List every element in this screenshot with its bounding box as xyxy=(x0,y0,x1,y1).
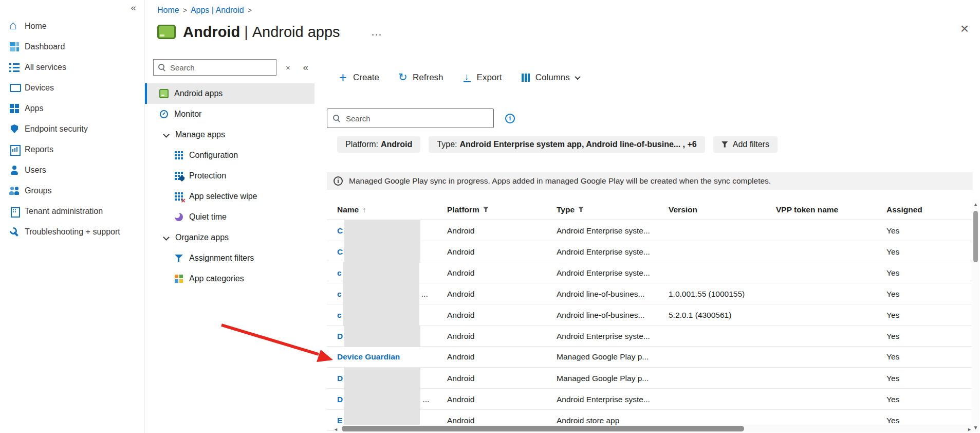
blade-nav-item[interactable]: App categories xyxy=(145,268,315,289)
blade-nav-item[interactable]: Monitor xyxy=(145,104,315,124)
filter-pill-value: Android Enterprise system app, Android l… xyxy=(459,140,696,149)
blade-search-input[interactable] xyxy=(170,63,272,72)
blade-nav-item[interactable]: Organize apps xyxy=(145,227,315,248)
app-name-link[interactable]: c xyxy=(337,311,342,320)
sidebar-item[interactable]: Dashboard xyxy=(0,37,144,57)
sidebar-item[interactable]: Tenant administration xyxy=(0,201,144,222)
sidebar-item[interactable]: All services xyxy=(0,57,144,78)
column-header[interactable]: Version xyxy=(669,205,776,214)
app-name-suffix: ... xyxy=(421,290,428,299)
app-selective-wipe-icon xyxy=(174,192,183,201)
app-name-link[interactable]: Device Guardian xyxy=(337,352,400,362)
table-row: D ... Android Android Enterprise syste..… xyxy=(327,389,973,410)
table-row: C Android Android Enterprise syste... Ye… xyxy=(327,220,973,241)
search-row xyxy=(327,109,973,128)
chevron-down-icon xyxy=(162,234,170,241)
info-icon[interactable] xyxy=(505,114,515,123)
add-filters-button[interactable]: Add filters xyxy=(713,136,778,153)
blade-search-box[interactable] xyxy=(153,59,276,76)
apps-table: Name Platform xyxy=(327,200,973,431)
platform-cell: Android xyxy=(447,290,557,299)
columns-icon xyxy=(521,73,531,83)
version-cell: 1.0.001.55 (1000155) xyxy=(669,290,776,299)
filter-pill-prefix: Platform: xyxy=(345,140,378,149)
sidebar-item[interactable]: Reports xyxy=(0,139,144,160)
home-icon xyxy=(9,21,20,31)
blade-nav-item-label: Protection xyxy=(189,171,226,181)
breadcrumb-link-apps-android[interactable]: Apps | Android xyxy=(191,6,244,14)
blade-nav-item[interactable]: Protection xyxy=(145,166,315,186)
scroll-up-icon[interactable] xyxy=(973,201,978,208)
close-icon[interactable]: × xyxy=(960,22,969,36)
app-search-input[interactable] xyxy=(346,114,488,123)
sidebar-item[interactable]: Home xyxy=(0,16,144,37)
app-search-box[interactable] xyxy=(327,109,494,128)
column-header[interactable]: Type xyxy=(557,205,669,214)
page-title-separator: | xyxy=(244,24,248,40)
column-header[interactable]: Name xyxy=(327,205,447,214)
app-name-cell: c xyxy=(327,304,447,326)
toolbar-button[interactable]: Create xyxy=(338,73,379,83)
toolbar-button-label: Create xyxy=(353,73,379,83)
type-cell: Android line-of-busines... xyxy=(557,290,669,299)
table-row: Device Guardian Android Managed Google P… xyxy=(327,347,973,368)
toolbar-button[interactable]: Refresh xyxy=(398,73,443,83)
blade-nav: × « Android apps xyxy=(145,59,315,431)
content-area: Home>Apps | Android> Android|Android app… xyxy=(145,0,980,433)
sidebar-item[interactable]: Users xyxy=(0,160,144,181)
table-row: c Android Android Enterprise syste... Ye… xyxy=(327,262,973,283)
toolbar-button[interactable]: Export xyxy=(462,73,502,83)
column-header[interactable]: Platform xyxy=(447,205,557,214)
type-cell: Android store app xyxy=(557,416,669,425)
sidebar-item[interactable]: Troubleshooting + support xyxy=(0,222,144,242)
column-header[interactable]: VPP token name xyxy=(776,205,886,214)
app-name-link[interactable]: c xyxy=(337,290,342,299)
blade-nav-item-label: Monitor xyxy=(174,110,201,119)
scroll-left-icon[interactable] xyxy=(334,424,338,433)
page-title: Android|Android apps xyxy=(183,24,340,41)
blade-nav-item[interactable]: Assignment filters xyxy=(145,248,315,268)
app-name-link[interactable]: D xyxy=(337,395,343,404)
app-name-link[interactable]: D xyxy=(337,332,343,341)
column-header[interactable]: Assigned xyxy=(886,205,973,214)
sidebar-item-label: Apps xyxy=(25,104,43,113)
sidebar-item[interactable]: Apps xyxy=(0,98,144,119)
app-name-link[interactable]: C xyxy=(337,247,343,257)
blade-nav-item[interactable]: Configuration xyxy=(145,145,315,166)
app-name-link[interactable]: c xyxy=(337,268,342,278)
blade-nav-item[interactable]: Android apps xyxy=(145,83,315,104)
breadcrumb-link-home[interactable]: Home xyxy=(157,6,179,14)
sidebar-item[interactable]: Groups xyxy=(0,181,144,201)
blade-nav-item-label: Organize apps xyxy=(175,233,229,242)
horizontal-scrollbar xyxy=(334,425,972,432)
assigned-cell: Yes xyxy=(886,395,973,404)
filter-pill[interactable]: Type: Android Enterprise system app, And… xyxy=(429,136,705,153)
sidebar-collapse-icon[interactable]: « xyxy=(131,2,136,13)
scroll-down-icon[interactable] xyxy=(973,424,978,431)
tenant-admin-icon xyxy=(9,206,20,217)
blade-nav-item[interactable]: Manage apps xyxy=(145,124,315,145)
filter-pill-value: Android xyxy=(381,140,412,149)
app-name-link[interactable]: D xyxy=(337,374,343,383)
app-name-cell: c xyxy=(327,262,447,284)
sidebar-item[interactable]: Devices xyxy=(0,78,144,98)
blade-nav-item[interactable]: Quiet time xyxy=(145,207,315,227)
breadcrumb-separator: > xyxy=(179,6,191,14)
column-header-label: Type xyxy=(557,205,575,214)
blade-nav-item[interactable]: App selective wipe xyxy=(145,186,315,207)
app-name-link[interactable]: C xyxy=(337,226,343,236)
clear-search-icon[interactable]: × xyxy=(286,63,290,72)
filter-pill-list: Platform: Android Type: Android Enterpri… xyxy=(337,136,705,153)
scroll-right-icon[interactable] xyxy=(967,424,972,433)
vertical-scrollbar-thumb[interactable] xyxy=(973,211,978,262)
platform-cell: Android xyxy=(447,395,557,404)
blade-collapse-icon[interactable]: « xyxy=(303,62,308,73)
horizontal-scrollbar-thumb[interactable] xyxy=(342,426,744,431)
column-header-label: Assigned xyxy=(886,205,922,214)
filter-funnel-icon xyxy=(483,207,489,212)
context-menu-icon[interactable]: … xyxy=(371,29,383,34)
toolbar-button[interactable]: Columns xyxy=(521,73,580,83)
filter-pill[interactable]: Platform: Android xyxy=(337,136,420,153)
sidebar-item-label: Troubleshooting + support xyxy=(25,227,120,237)
sidebar-item[interactable]: Endpoint security xyxy=(0,119,144,139)
